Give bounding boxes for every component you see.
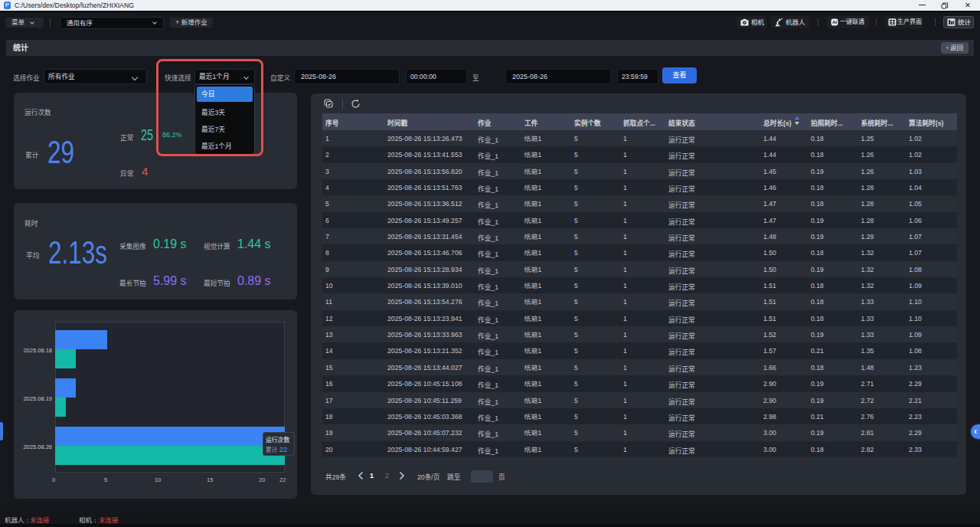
svg-text:AI: AI xyxy=(832,19,837,25)
